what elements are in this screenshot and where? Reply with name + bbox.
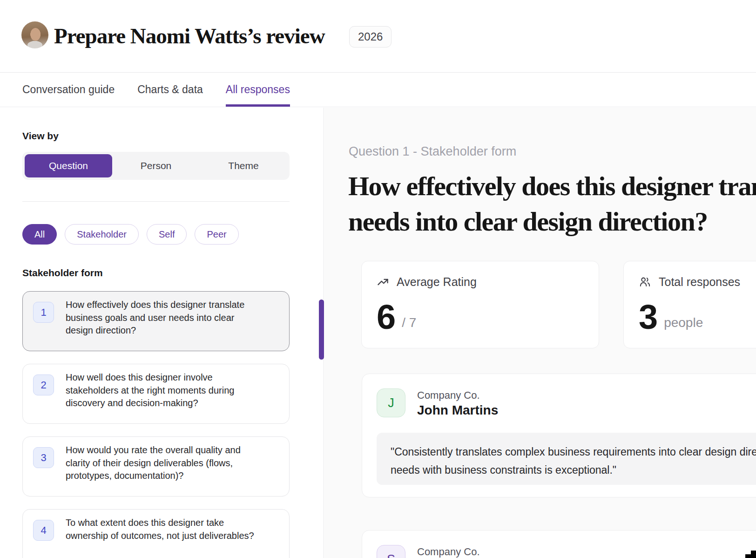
average-rating-card: Average Rating 6 / 7 [361, 261, 599, 348]
mouse-cursor [745, 554, 752, 558]
question-context-label: Question 1 - Stakeholder form [349, 144, 516, 159]
response-card-2: S Company Co. [362, 530, 756, 558]
tab-all-responses[interactable]: All responses [226, 73, 290, 107]
question-text: How well does this designer involve stak… [66, 371, 263, 410]
question-number-badge: 3 [33, 447, 54, 468]
total-responses-card: Total responses 3 people [623, 261, 756, 348]
question-title-line-1: How effectively does this designer trans… [348, 169, 756, 204]
tab-conversation-guide[interactable]: Conversation guide [22, 73, 115, 107]
active-question-indicator [319, 299, 324, 360]
view-mode-person[interactable]: Person [112, 154, 200, 177]
average-rating-scale: / 7 [402, 315, 416, 333]
people-icon [639, 276, 651, 288]
total-responses-value: 3 [639, 301, 658, 333]
tab-charts-data[interactable]: Charts & data [137, 73, 203, 107]
year-badge: 2026 [349, 26, 392, 48]
question-text: How would you rate the overall quality a… [66, 444, 263, 483]
question-title: How effectively does this designer trans… [348, 169, 756, 239]
response-quote-line-1: "Consistently translates complex busines… [391, 443, 756, 461]
page-title: Prepare Naomi Watts’s review [54, 23, 325, 48]
sidebar-divider [22, 201, 290, 202]
response-quote: "Consistently translates complex busines… [377, 433, 756, 485]
filter-self[interactable]: Self [147, 224, 187, 245]
review-page: Prepare Naomi Watts’s review 2026 Conver… [0, 0, 756, 558]
page-header: Prepare Naomi Watts’s review 2026 [0, 0, 756, 72]
view-mode-question[interactable]: Question [25, 154, 112, 177]
question-number-badge: 1 [33, 302, 54, 323]
filter-pills: All Stakeholder Self Peer [22, 224, 324, 245]
form-section-title: Stakeholder form [22, 267, 324, 279]
question-number-badge: 2 [33, 374, 54, 395]
question-number-badge: 4 [33, 520, 54, 541]
filter-peer[interactable]: Peer [195, 224, 238, 245]
responder-avatar: S [377, 545, 405, 558]
question-card-3[interactable]: 3 How would you rate the overall quality… [22, 436, 290, 497]
reviewee-avatar [21, 21, 48, 48]
filter-all[interactable]: All [22, 224, 57, 245]
responder-name: John Martins [417, 403, 498, 418]
average-rating-value: 6 [377, 301, 396, 333]
question-text: How effectively does this designer trans… [66, 299, 263, 337]
total-responses-label: Total responses [659, 275, 740, 289]
response-quote-line-2: needs with business constraints is excep… [391, 461, 756, 479]
responder-company: Company Co. [417, 546, 480, 558]
sidebar: View by Question Person Theme All Stakeh… [0, 108, 324, 558]
view-mode-theme[interactable]: Theme [200, 154, 287, 177]
question-card-2[interactable]: 2 How well does this designer involve st… [22, 364, 290, 424]
trending-up-icon [377, 276, 389, 288]
question-title-line-2: needs into clear design direction? [348, 204, 756, 239]
filter-stakeholder[interactable]: Stakeholder [65, 224, 139, 245]
average-rating-label: Average Rating [397, 275, 477, 289]
responder-avatar: J [377, 388, 405, 417]
response-card-john-martins: J Company Co. John Martins "Consistently… [362, 374, 756, 497]
question-card-4[interactable]: 4 To what extent does this designer take… [22, 509, 290, 558]
question-text: To what extent does this designer take o… [66, 517, 263, 542]
question-card-1[interactable]: 1 How effectively does this designer tra… [22, 291, 290, 351]
tab-bar: Conversation guide Charts & data All res… [0, 72, 756, 107]
total-responses-unit: people [664, 315, 703, 333]
view-mode-switcher: Question Person Theme [22, 152, 290, 180]
view-by-label: View by [22, 130, 324, 142]
responder-company: Company Co. [417, 389, 480, 401]
